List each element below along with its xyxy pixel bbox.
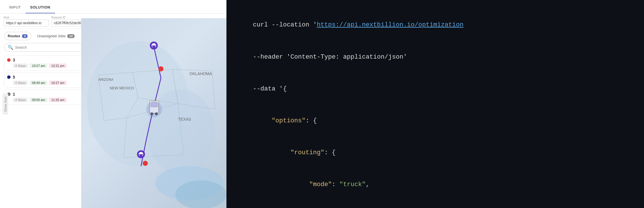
svg-point-6	[146, 101, 162, 117]
host-label: Host	[3, 16, 49, 19]
unassigned-label: Unassigned Jobs	[37, 34, 66, 38]
search-icon: 🔍	[8, 45, 13, 50]
curl-url: https://api.nextbillion.io/optimization	[317, 21, 463, 28]
end-time: 10:27 am	[49, 81, 67, 85]
routes-label: Routes	[8, 34, 20, 38]
unassigned-jobs-tab[interactable]: Unassigned Jobs 14	[34, 32, 78, 40]
end-time: 12:21 pm	[49, 63, 67, 68]
left-panel: INPUT SOLUTION Host Request ID Load ⊡ ⊞ …	[0, 0, 226, 208]
svg-point-14	[143, 161, 148, 166]
map-area: OKLAHOMA TEXAS NEW MEXICO ARIZONA	[81, 18, 226, 208]
svg-point-20	[175, 180, 226, 208]
steps-label: 4 Steps	[13, 81, 28, 85]
right-panel: curl --location 'https://api.nextbillion…	[226, 0, 644, 208]
code-options-line: "options": {	[238, 105, 633, 137]
svg-text:OKLAHOMA: OKLAHOMA	[189, 71, 212, 76]
show-json-handle[interactable]: Show Json	[3, 94, 8, 115]
steps-label: 4 Steps	[13, 63, 28, 68]
code-curl-line: curl --location 'https://api.nextbillion…	[238, 9, 633, 41]
start-time: 09:50 am	[30, 98, 47, 102]
steps-label: 4 Steps	[13, 98, 28, 102]
code-header-line: --header 'Content-Type: application/json…	[238, 41, 633, 73]
code-truck-size-line: "truck_size":"200, 210, 600",	[238, 201, 633, 208]
end-time: 11:25 am	[49, 98, 67, 102]
start-time: 10:27 am	[30, 63, 47, 68]
routes-tab[interactable]: Routes 3	[4, 32, 31, 40]
svg-point-10	[158, 66, 163, 71]
header-text: --header 'Content-Type: application/json…	[253, 53, 407, 61]
code-mode-line: "mode": "truck",	[238, 169, 633, 201]
route-color-dot	[7, 75, 11, 79]
code-routing-line: "routing": {	[238, 137, 633, 169]
svg-text:NEW MEXICO: NEW MEXICO	[110, 86, 134, 90]
svg-text:TEXAS: TEXAS	[178, 117, 191, 121]
show-json-label: Show Json	[4, 96, 7, 112]
routes-badge: 3	[22, 34, 28, 38]
start-time: 08:49 am	[30, 81, 47, 85]
tab-bar: INPUT SOLUTION	[0, 0, 226, 14]
code-data-line: --data '{	[238, 73, 633, 105]
route-color-dot	[7, 58, 11, 62]
unassigned-badge: 14	[67, 34, 75, 38]
map-svg: OKLAHOMA TEXAS NEW MEXICO ARIZONA	[81, 18, 226, 208]
host-input[interactable]	[3, 20, 49, 26]
host-group: Host	[3, 16, 49, 26]
tab-input[interactable]: INPUT	[5, 2, 26, 13]
tab-solution[interactable]: SOLUTION	[26, 2, 55, 13]
svg-text:ARIZONA: ARIZONA	[98, 78, 113, 82]
